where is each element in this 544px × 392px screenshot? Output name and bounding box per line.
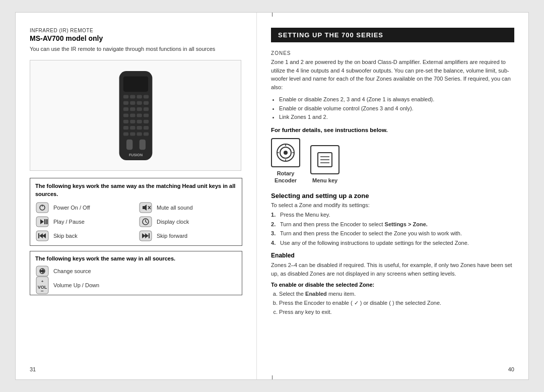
alpha-a: Select the Enabled menu item. [279,290,514,299]
vol-label: Volume Up / Down [53,282,99,288]
keys-grid1: Power On / Off Mute all sound [35,202,237,241]
source-icon [35,266,49,277]
svg-text:−: − [41,288,44,294]
left-page: INFRARED (IR) REMOTE MS-AV700 model only… [16,13,257,379]
bullet-list: Enable or disable Zones 2, 3 and 4 (Zone… [279,95,514,122]
svg-rect-51 [38,233,39,238]
svg-rect-20 [137,120,142,123]
key-row-clock: Display clock [139,216,237,227]
zones-label: ZONES [271,50,514,56]
power-icon [35,202,49,213]
step-4-num: 4. [271,239,278,247]
keys-table-box2: The following keys work the same way in … [30,251,242,295]
svg-rect-31 [139,140,145,150]
clock-label: Display clock [157,219,189,225]
key-row-source: Change source [35,266,237,277]
keys-header2: The following keys work the same way in … [35,255,237,262]
rotary-encoder-item: RotaryEncoder [271,138,300,184]
svg-rect-17 [143,113,148,117]
svg-rect-19 [130,120,135,123]
svg-text:+: + [41,279,44,284]
svg-rect-12 [137,107,142,111]
skipfwd-icon [139,230,153,241]
keys-table-box1: The following keys work the same way as … [30,178,242,246]
section-header-bar: SETTING UP THE 700 SERIES [271,28,514,42]
svg-rect-11 [130,107,135,111]
svg-rect-18 [123,120,128,123]
svg-point-65 [284,151,288,155]
key-row-skipfwd: Skip forward [139,230,237,241]
keys-header1: The following keys work the same way as … [35,182,237,198]
bullet-item-3: Link Zones 1 and 2. [279,113,514,122]
step-2: 2. Turn and then press the Encoder to se… [271,220,514,229]
step-1: 1. Press the Menu key. [271,211,514,219]
svg-rect-43 [46,219,48,224]
step-2-num: 2. [271,220,278,229]
svg-rect-1 [123,76,148,92]
svg-rect-23 [130,126,135,129]
remote-image-box: FUSION [30,60,241,171]
svg-rect-6 [123,101,128,105]
svg-rect-28 [137,132,142,136]
menu-icon-box [310,145,339,174]
menu-key-item: Menu key [310,145,339,184]
right-page: SETTING UP THE 700 SERIES ZONES Zone 1 a… [257,13,528,379]
svg-rect-27 [130,132,135,136]
svg-rect-29 [143,132,148,136]
key-row-skipback: Skip back [35,230,133,241]
power-label: Power On / Off [53,205,90,211]
svg-rect-8 [137,101,142,105]
icons-row: RotaryEncoder Menu key [271,138,514,184]
svg-rect-2 [123,95,128,98]
playpause-icon [35,216,49,227]
remote-svg: FUSION [114,69,157,162]
rotary-caption: RotaryEncoder [275,170,297,184]
alpha-c: Press any key to exit. [279,308,514,317]
further-details: For further details, see instructions be… [271,127,514,133]
svg-rect-16 [137,113,142,117]
svg-rect-15 [130,113,135,117]
selecting-title: Selecting and setting up a zone [271,192,514,200]
step-3-text: Turn and then press the Encoder to selec… [280,229,462,238]
svg-rect-4 [137,95,142,98]
svg-rect-7 [130,101,135,105]
to-enable-title: To enable or disable the selected Zone: [271,282,514,288]
bullet-item-2: Enable or disable volume control (Zones … [279,104,514,113]
intro-text: You can use the IR remote to navigate th… [30,45,242,53]
svg-rect-55 [149,233,150,238]
step-1-text: Press the Menu key. [280,211,330,219]
model-title: MS-AV700 model only [30,34,242,42]
svg-rect-14 [123,113,128,117]
skipback-label: Skip back [53,233,78,239]
menu-key-icon [316,151,334,169]
step-2-text: Turn and then press the Encoder to selec… [280,220,428,229]
svg-rect-24 [137,126,142,129]
page-container: INFRARED (IR) REMOTE MS-AV700 model only… [15,12,529,380]
rotary-encoder-icon [275,142,296,163]
step-3-num: 3. [271,229,278,238]
skipback-icon [35,230,49,241]
source-label: Change source [53,268,91,274]
svg-rect-5 [143,95,148,98]
rotary-icon-box [271,138,300,167]
svg-rect-10 [123,107,128,111]
mute-label: Mute all sound [157,205,193,211]
enabled-title: Enabled [271,252,514,259]
svg-rect-25 [143,126,148,129]
svg-rect-33 [36,203,48,213]
svg-rect-26 [123,132,128,136]
svg-rect-9 [143,101,148,105]
svg-rect-30 [126,140,132,150]
step-4-text: Use any of the following instructions to… [280,239,469,247]
key-row-power: Power On / Off [35,202,133,213]
keys-grid2: Change source + VOL − Volume Up / Down [35,266,237,291]
key-row-vol: + VOL − Volume Up / Down [35,280,237,291]
section-label: INFRARED (IR) REMOTE [30,28,242,33]
svg-rect-42 [44,219,46,224]
clock-icon [139,216,153,227]
numbered-list: 1. Press the Menu key. 2. Turn and then … [271,211,514,247]
key-row-playpause: Play / Pause [35,216,133,227]
menu-caption: Menu key [312,177,337,184]
alpha-list: Select the Enabled menu item. Press the … [279,290,514,316]
zones-text: Zone 1 and 2 are powered by the on board… [271,58,514,91]
